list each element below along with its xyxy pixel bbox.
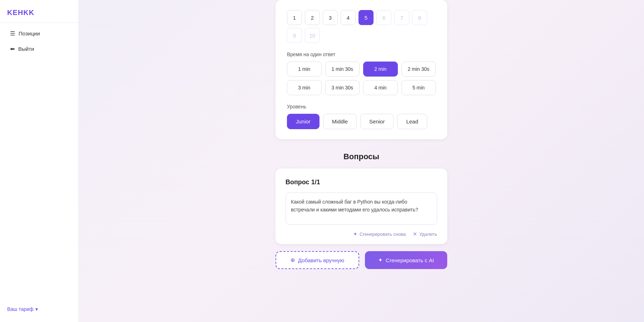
time-btn-1-min-30s[interactable]: 1 min 30s — [325, 62, 360, 77]
regenerate-icon: ✦ — [353, 231, 357, 237]
time-btn-2-min[interactable]: 2 min — [363, 62, 398, 77]
time-btn-3-min[interactable]: 3 min — [287, 80, 322, 95]
level-section-label: Уровень — [287, 104, 436, 109]
positions-icon: ☰ — [10, 30, 15, 37]
regenerate-label: Сгенерировать снова — [360, 231, 406, 237]
positions-label: Позиции — [19, 30, 40, 36]
level-btn-middle[interactable]: Middle — [323, 114, 357, 129]
time-grid: 1 min1 min 30s2 min2 min 30s3 min3 min 3… — [287, 62, 436, 95]
logout-icon: ⬅ — [10, 45, 15, 52]
add-manual-label: Добавить вручную — [298, 257, 344, 263]
question-card: Вопрос 1/1 ✦ Сгенерировать снова ✕ Удали… — [275, 169, 447, 244]
delete-label: Удалить — [419, 231, 437, 237]
delete-icon: ✕ — [413, 231, 417, 237]
add-manual-button[interactable]: ⊕ Добавить вручную — [275, 251, 359, 269]
delete-button[interactable]: ✕ Удалить — [413, 231, 437, 237]
time-btn-5-min[interactable]: 5 min — [401, 80, 436, 95]
time-btn-4-min[interactable]: 4 min — [363, 80, 398, 95]
sidebar-item-logout[interactable]: ⬅ Выйти — [3, 42, 75, 56]
logo-text: KEHKK — [7, 9, 34, 16]
time-btn-1-min[interactable]: 1 min — [287, 62, 322, 77]
count-btn-7[interactable]: 7 — [394, 10, 409, 25]
tariff-label: Ваш тариф — [7, 306, 33, 312]
sidebar: KEHKK ☰ Позиции ⬅ Выйти Ваш тариф ▾ — [0, 0, 79, 322]
chevron-down-icon: ▾ — [35, 306, 38, 312]
level-btn-lead[interactable]: Lead — [397, 114, 427, 129]
sidebar-item-positions[interactable]: ☰ Позиции — [3, 26, 75, 40]
count-btn-6[interactable]: 6 — [376, 10, 391, 25]
question-title: Вопрос 1/1 — [286, 179, 437, 186]
level-btn-senior[interactable]: Senior — [360, 114, 394, 129]
count-btn-8[interactable]: 8 — [412, 10, 427, 25]
count-btn-9[interactable]: 9 — [287, 28, 302, 43]
logout-label: Выйти — [18, 46, 34, 52]
time-section-label: Время на один ответ — [287, 52, 436, 57]
main-content: 12345678910 Время на один ответ 1 min1 m… — [79, 0, 644, 322]
level-grid: JuniorMiddleSeniorLead — [287, 114, 436, 129]
logo: KEHKK — [0, 6, 78, 23]
question-textarea[interactable] — [286, 192, 437, 225]
bottom-buttons: ⊕ Добавить вручную ✦ Сгенерировать с AI — [275, 251, 447, 269]
count-btn-4[interactable]: 4 — [341, 10, 356, 25]
level-btn-junior[interactable]: Junior — [287, 114, 319, 129]
count-btn-10[interactable]: 10 — [305, 28, 320, 43]
plus-icon: ⊕ — [291, 257, 295, 263]
generate-ai-button[interactable]: ✦ Сгенерировать с AI — [365, 251, 447, 269]
count-btn-1[interactable]: 1 — [287, 10, 302, 25]
count-btn-3[interactable]: 3 — [323, 10, 338, 25]
ai-icon: ✦ — [378, 257, 383, 263]
generate-ai-label: Сгенерировать с AI — [386, 257, 434, 263]
regenerate-button[interactable]: ✦ Сгенерировать снова — [353, 231, 406, 237]
time-btn-2-min-30s[interactable]: 2 min 30s — [401, 62, 436, 77]
tariff-section[interactable]: Ваш тариф ▾ — [0, 302, 78, 316]
count-btn-5[interactable]: 5 — [358, 10, 374, 25]
time-btn-3-min-30s[interactable]: 3 min 30s — [325, 80, 360, 95]
questions-heading: Вопросы — [275, 152, 447, 161]
count-btn-2[interactable]: 2 — [305, 10, 320, 25]
question-actions: ✦ Сгенерировать снова ✕ Удалить — [286, 231, 437, 237]
settings-card: 12345678910 Время на один ответ 1 min1 m… — [275, 0, 447, 139]
question-count-row: 12345678910 — [287, 10, 436, 43]
